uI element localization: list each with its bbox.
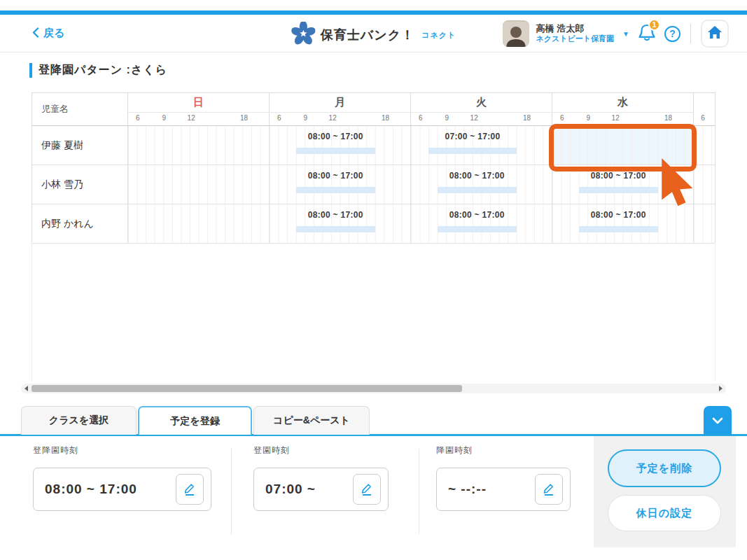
time-ticks-overflow: 6 [694,113,715,125]
edit-departure-time-button[interactable] [535,474,563,505]
schedule-cell-mon[interactable]: 08:00 ~ 17:00 [270,126,411,164]
schedule-edit-panel: 登降園時刻 08:00 ~ 17:00 登園時刻 07:00 ~ [0,436,747,547]
app-window: 戻る 保育士バンク！ コネクト [0,0,747,560]
schedule-cell-overflow[interactable] [694,126,715,164]
tab-register-schedule[interactable]: 予定を登録 [138,406,252,435]
time-range-label: 08:00 ~ 17:00 [296,210,375,220]
back-button[interactable]: 戻る [32,27,64,40]
back-label: 戻る [43,27,64,40]
logo-text: 保育士バンク！ [321,27,414,43]
holiday-settings-button[interactable]: 休日の設定 [608,495,721,531]
app-logo: 保育士バンク！ コネクト [291,22,456,48]
day-header-sunday: 日 [128,93,270,113]
field-arrival-time: 登園時刻 07:00 ~ [253,444,389,511]
user-info[interactable]: 高橋 浩太郎 ネクストビート保育園 [536,23,615,44]
table-row: 内野 かれん 08:00 ~ 17:00 08:00 ~ 17:00 08:00… [32,204,715,244]
header-divider [690,24,691,43]
departure-time-input[interactable]: ~ --:-- [436,468,571,511]
day-header-overflow [694,93,715,113]
time-ticks-monday: 6 9 12 18 [270,113,411,125]
field-attendance-time: 登降園時刻 08:00 ~ 17:00 [33,444,211,511]
panel-divider [231,449,232,534]
edit-arrival-time-button[interactable] [353,474,381,505]
child-name: 小林 雪乃 [32,165,128,204]
schedule-cell-sun[interactable] [128,204,270,243]
schedule-cell-tue[interactable]: 08:00 ~ 17:00 [411,165,552,204]
field-label: 降園時刻 [436,444,571,456]
scrollbar-thumb[interactable] [32,385,462,392]
schedule-cell-sun[interactable] [128,165,270,204]
edit-attendance-time-button[interactable] [176,474,204,505]
home-button[interactable] [701,20,729,48]
logo-subtext: コネクト [421,30,456,41]
time-range-label: 08:00 ~ 17:00 [579,171,658,181]
schedule-header: 児童名 日 月 火 水 6 9 12 18 6 9 12 18 [32,93,715,126]
time-bar [579,226,658,232]
back-chevron-icon [32,27,39,40]
day-header-tuesday: 火 [411,93,552,113]
collapse-panel-button[interactable] [704,406,732,435]
notification-badge: 1 [648,19,660,31]
schedule-cell-wed[interactable]: 08:00 ~ 17:00 [552,204,694,243]
schedule-cell-mon[interactable]: 08:00 ~ 17:00 [270,165,411,204]
field-label: 登降園時刻 [33,444,211,456]
chevron-down-icon [712,414,723,427]
day-header-wednesday: 水 [552,93,694,113]
tab-copy-paste[interactable]: コピー&ペースト [253,406,370,435]
time-range-label: 08:00 ~ 17:00 [579,210,658,220]
schedule-cell-sun[interactable] [128,126,270,164]
field-label: 登園時刻 [253,444,389,456]
page-title-row: 登降園パターン :さくら [29,63,167,78]
schedule-cell-wed-selected[interactable] [552,126,694,164]
time-ticks-sunday: 6 9 12 18 [128,113,270,125]
time-ticks-tuesday: 6 9 12 18 [411,113,552,125]
sakura-flower-icon [291,22,315,48]
time-bar [438,226,517,232]
field-value: ~ --:-- [448,482,487,497]
arrival-time-input[interactable]: 07:00 ~ [253,468,389,511]
schedule-cell-overflow[interactable] [694,204,715,243]
notifications-button[interactable]: 1 [638,23,657,44]
pencil-icon [542,482,556,496]
schedule-cell-mon[interactable]: 08:00 ~ 17:00 [270,204,411,243]
pencil-icon [360,482,374,496]
scroll-left-arrow-icon[interactable] [25,386,28,391]
tab-select-class[interactable]: クラスを選択 [21,406,137,435]
time-bar [296,187,375,193]
user-menu-caret-icon[interactable]: ▼ [622,30,629,38]
schedule-cell-tue[interactable]: 07:00 ~ 17:00 [411,126,552,164]
horizontal-scrollbar[interactable] [21,384,726,393]
child-name: 内野 かれん [32,204,128,243]
time-range-label: 08:00 ~ 17:00 [438,171,517,181]
time-range-label: 08:00 ~ 17:00 [296,132,375,141]
time-ticks-wednesday: 6 9 12 18 [552,113,694,125]
attendance-time-input[interactable]: 08:00 ~ 17:00 [33,468,211,511]
field-value: 07:00 ~ [265,482,316,497]
time-range-label: 08:00 ~ 17:00 [438,210,517,220]
column-header-child-name: 児童名 [32,93,128,125]
time-bar [296,148,375,154]
time-bar [438,187,517,193]
schedule-cell-overflow[interactable] [694,165,715,204]
user-name: 高橋 浩太郎 [536,23,615,34]
time-bar [428,148,517,154]
help-button[interactable]: ? [664,26,680,42]
schedule-cell-tue[interactable]: 08:00 ~ 17:00 [411,204,552,243]
time-range-label: 07:00 ~ 17:00 [428,132,517,141]
pencil-icon [183,482,197,496]
page-title: 登降園パターン :さくら [39,63,167,78]
scroll-right-arrow-icon[interactable] [719,386,722,391]
child-name: 伊藤 夏樹 [32,126,128,164]
table-empty-area [32,242,715,382]
table-row: 伊藤 夏樹 08:00 ~ 17:00 07:00 ~ 17:00 [32,126,715,165]
time-bar [296,226,375,232]
user-organization: ネクストビート保育園 [536,34,615,44]
avatar[interactable] [503,20,529,47]
table-row: 小林 雪乃 08:00 ~ 17:00 08:00 ~ 17:00 08:00 … [32,165,715,204]
time-range-label: 08:00 ~ 17:00 [296,171,375,181]
field-departure-time: 降園時刻 ~ --:-- [436,444,571,511]
home-icon [707,25,722,42]
delete-schedule-button[interactable]: 予定を削除 [608,449,721,487]
field-value: 08:00 ~ 17:00 [45,482,137,497]
header-user-area: 高橋 浩太郎 ネクストビート保育園 ▼ 1 ? [503,20,729,48]
